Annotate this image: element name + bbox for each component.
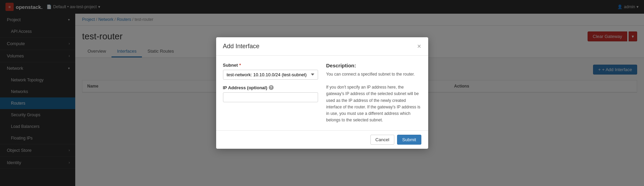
help-icon: ? (269, 85, 274, 90)
cancel-button[interactable]: Cancel (370, 135, 394, 145)
ip-address-group: IP Address (optional) ? (223, 85, 318, 102)
description-title: Description: (326, 63, 421, 68)
required-indicator: * (239, 63, 241, 68)
modal-description: Description: You can connect a specified… (326, 63, 421, 124)
submit-button[interactable]: Submit (397, 135, 421, 145)
ip-address-input[interactable] (223, 92, 318, 102)
ip-address-label: IP Address (optional) ? (223, 85, 318, 90)
modal-footer: Cancel Submit (216, 130, 428, 149)
subnet-select[interactable]: test-network: 10.10.10.0/24 (test-subnet… (223, 70, 318, 80)
subnet-label: Subnet * (223, 63, 318, 68)
subnet-label-text: Subnet (223, 63, 238, 68)
modal-body: Subnet * test-network: 10.10.10.0/24 (te… (216, 56, 428, 131)
add-interface-modal: Add Interface × Subnet * test-network: 1… (216, 37, 428, 149)
modal-header: Add Interface × (216, 37, 428, 56)
description-body: You can connect a specified subnet to th… (326, 71, 421, 124)
modal-title: Add Interface (223, 43, 260, 50)
subnet-group: Subnet * test-network: 10.10.10.0/24 (te… (223, 63, 318, 80)
modal-form: Subnet * test-network: 10.10.10.0/24 (te… (223, 63, 318, 124)
modal-close-button[interactable]: × (417, 43, 421, 50)
modal-overlay[interactable]: Add Interface × Subnet * test-network: 1… (0, 0, 644, 186)
ip-address-label-text: IP Address (optional) (223, 85, 267, 90)
